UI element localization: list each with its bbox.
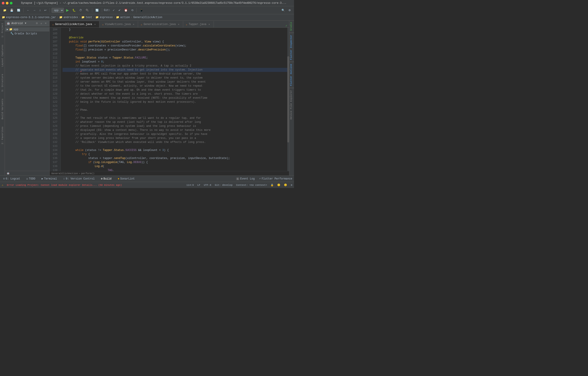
sync-btn[interactable]: 🔃 bbox=[94, 8, 100, 12]
breadcrumb-action[interactable]: action bbox=[120, 16, 130, 19]
attach-debugger-btn[interactable]: 🔌 bbox=[84, 8, 90, 12]
breadcrumb-class[interactable]: GeneralClickAction bbox=[133, 16, 162, 19]
code-line-108: float[] coordinates = coordinatesProvide… bbox=[63, 44, 287, 48]
nav-forward-btn[interactable]: → bbox=[32, 8, 37, 12]
separator-5 bbox=[137, 8, 137, 12]
code-line-105 bbox=[63, 32, 287, 36]
structure-tab-5[interactable]: 5: Structure bbox=[1, 73, 4, 93]
profile-btn[interactable]: ⏱ bbox=[78, 8, 83, 12]
tab-generalclickaction[interactable]: ☕ GeneralClickAction.java ✕ bbox=[50, 21, 99, 27]
right-side-tabs: Gradle Flutter Inspector Flutter Outline… bbox=[289, 21, 294, 176]
recent-files-btn[interactable]: ↕ bbox=[38, 8, 42, 12]
gradle-tab[interactable]: Gradle bbox=[289, 21, 294, 32]
gradle-icon: 🔧 bbox=[10, 32, 14, 35]
close-button[interactable] bbox=[2, 2, 4, 4]
project-panel: 🤖 Android ▼ ⚙ ≡ ✕ ▶ 📁 app 🔧 Gradle Scrip… bbox=[5, 21, 50, 176]
event-log-label: Event Log bbox=[240, 177, 255, 180]
run-btn[interactable]: ▶ bbox=[65, 8, 70, 13]
minimize-button[interactable] bbox=[6, 2, 9, 4]
open-file-btn[interactable]: 📁 bbox=[2, 8, 8, 12]
code-line-119: // that 2x. for a simple down and up. Oh… bbox=[63, 88, 287, 92]
logcat-tab[interactable]: ≡ 6: Logcat bbox=[2, 177, 21, 181]
code-line-122: // being in the future is totally ignore… bbox=[63, 100, 287, 104]
tab-label-1: GeneralClickAction.java bbox=[55, 23, 92, 26]
context-label: Context: <no context> bbox=[236, 184, 267, 187]
flutter-perf-icon: ⚡ bbox=[259, 177, 261, 180]
tab-close-4[interactable]: ✕ bbox=[208, 23, 211, 26]
undo-btn[interactable]: ↩ bbox=[43, 8, 48, 12]
tab-close-2[interactable]: ✕ bbox=[132, 23, 135, 26]
code-line-118: // to the correct UI element, activity, … bbox=[63, 84, 287, 88]
build-icon: ⚙ bbox=[101, 177, 103, 180]
code-editor[interactable]: 104 105 106 107 108 109 110 111 112 113 … bbox=[50, 28, 289, 171]
nav-back-btn[interactable]: ← bbox=[25, 8, 31, 12]
git-history-btn[interactable]: ⏰ bbox=[123, 8, 129, 12]
git-push-btn[interactable]: ✔ bbox=[117, 8, 122, 12]
device-file-explorer-tab[interactable]: Device File Explorer bbox=[289, 89, 294, 121]
git-rollback-btn[interactable]: ⟲ bbox=[130, 8, 135, 12]
breadcrumb-androidx[interactable]: androidxx bbox=[64, 16, 78, 19]
panel-gear-btn[interactable]: ⚙ bbox=[35, 21, 39, 25]
code-line-112: int loopCount = 0; bbox=[63, 60, 287, 64]
line-ending: LF bbox=[197, 184, 200, 187]
title-bar: Synapse [~/git/Synapse] – ~/.gradle/cach… bbox=[0, 0, 294, 6]
code-line-128: // press timeout (depending on system lo… bbox=[63, 124, 287, 128]
tab-close-3[interactable]: ✕ bbox=[177, 23, 180, 26]
search-btn[interactable]: 🔍 bbox=[280, 8, 286, 12]
vc-label: 9: Version Control bbox=[66, 177, 95, 180]
version-control-tab[interactable]: ↕ 9: Version Control bbox=[62, 177, 96, 181]
code-line-124: // Phew. bbox=[63, 108, 287, 112]
emoji-icon-1: 🙂 bbox=[277, 184, 280, 187]
refresh-btn[interactable]: 🔄 bbox=[16, 8, 22, 12]
scrollbar-thumb[interactable] bbox=[287, 56, 289, 142]
separator-3 bbox=[92, 8, 92, 12]
breadcrumb: 📁 espresso-core-3.1.1-sources.jar › 📁 an… bbox=[0, 14, 294, 21]
tree-item-gradle[interactable]: 🔧 Gradle Scripts bbox=[5, 31, 49, 36]
panel-footer: 🤖 bbox=[5, 171, 49, 176]
layout-captures-tab[interactable]: Layout Captures bbox=[1, 43, 4, 68]
sonarlint-tab[interactable]: ● SonarLint bbox=[116, 177, 136, 181]
save-btn[interactable]: 💾 bbox=[9, 8, 15, 12]
breadcrumb-jar[interactable]: espresso-core-3.1.1-sources.jar bbox=[6, 16, 56, 19]
status-right: 114:9 LF UTF-8 Git: develop Context: <no… bbox=[186, 184, 292, 187]
emoji-icon-2: 😐 bbox=[284, 184, 287, 187]
editor-scrollbar[interactable] bbox=[287, 28, 289, 171]
build-tab[interactable]: ⚙ Build bbox=[100, 177, 113, 181]
maximize-button[interactable] bbox=[10, 2, 12, 4]
settings-icon-btn[interactable]: ⚙ bbox=[287, 8, 292, 12]
flutter-inspector-tab[interactable]: Flutter Inspector bbox=[289, 33, 294, 61]
tab-viewactions[interactable]: ☕ ViewActions.java ✕ bbox=[99, 21, 138, 27]
logcat-icon: ≡ bbox=[3, 177, 5, 180]
panel-layout-btn[interactable]: ≡ bbox=[40, 21, 43, 25]
tab-generallocation[interactable]: ☕ GeneralLocation.java ✕ bbox=[138, 21, 183, 27]
build-variants-tab[interactable]: Build Variants bbox=[1, 97, 4, 121]
favorites-tab[interactable]: 2: Favorites bbox=[1, 125, 4, 146]
git-branch: Git: develop bbox=[215, 184, 233, 187]
tab-close-1[interactable]: ✕ bbox=[93, 23, 96, 26]
panel-close-btn[interactable]: ✕ bbox=[44, 21, 48, 25]
terminal-icon: ▶ bbox=[42, 177, 43, 180]
tree-item-app[interactable]: ▶ 📁 app bbox=[5, 27, 49, 31]
app-dropdown[interactable]: app bbox=[52, 8, 64, 13]
device-btn[interactable]: 📱 bbox=[139, 8, 145, 12]
todo-tab[interactable]: ☑ TODO bbox=[25, 177, 37, 181]
code-lines: } @Override ● public void perform(UiCont… bbox=[61, 28, 289, 171]
tab-tapper[interactable]: ☕ Tapper.java ✕ bbox=[183, 21, 214, 27]
git-update-btn[interactable]: ✓ bbox=[111, 8, 116, 12]
todo-icon: ☑ bbox=[26, 177, 28, 180]
terminal-tab[interactable]: ▶ Terminal bbox=[40, 177, 58, 181]
project-tab[interactable]: 1: Project bbox=[1, 21, 4, 39]
editor-method: perform() bbox=[81, 172, 94, 175]
flutter-performance-tab[interactable]: 1 Event Log ⚡ Flutter Performance bbox=[236, 177, 292, 180]
code-line-134: while (status != Tapper.Status.SUCCESS &… bbox=[63, 148, 287, 152]
flutter-outline-tab[interactable]: Flutter Outline bbox=[289, 63, 294, 87]
editor-area: ☕ GeneralClickAction.java ✕ ☕ ViewAction… bbox=[50, 21, 289, 176]
editor-path: GeneralClickAction bbox=[51, 172, 78, 175]
folder-expand-icon: ▶ bbox=[7, 28, 8, 31]
build-label: Build bbox=[103, 177, 111, 180]
vc-icon: ↕ bbox=[63, 177, 65, 180]
tree-item-gradle-label: Gradle Scripts bbox=[14, 32, 37, 35]
debug-btn[interactable]: 🐛 bbox=[71, 8, 77, 12]
breadcrumb-espresso[interactable]: espresso bbox=[100, 16, 113, 19]
breadcrumb-test[interactable]: test bbox=[86, 16, 92, 19]
